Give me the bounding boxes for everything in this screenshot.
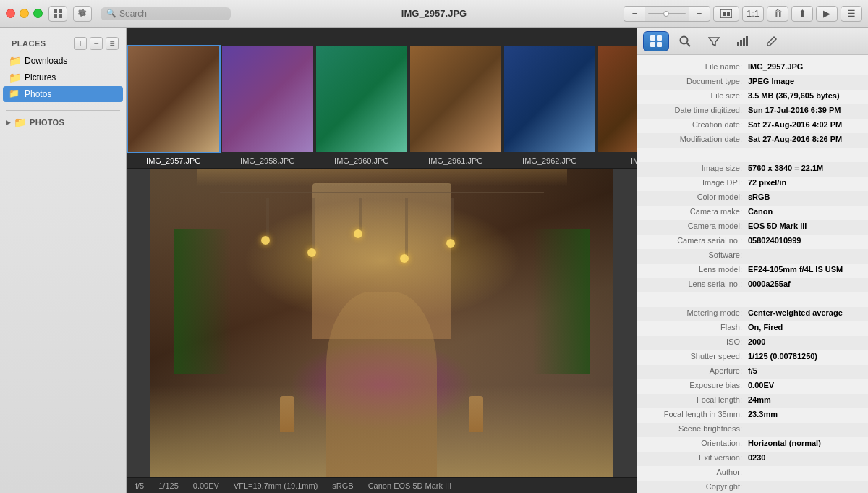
info-value: 1/125 (0.00781250) (748, 352, 862, 361)
sidebar: Places + − ≡ 📁 Downloads 📁 Pictures 📁 Ph… (0, 28, 127, 493)
zoom-slider[interactable] (645, 6, 689, 22)
folder-icon: 📁 (9, 72, 20, 83)
info-value: EF24-105mm f/4L IS USM (748, 265, 862, 274)
info-row: Flash: On, Fired (637, 321, 868, 336)
folder-icon: 📁 (14, 117, 25, 128)
svg-rect-2 (54, 14, 57, 18)
info-value: 0000a255af (748, 279, 862, 288)
info-row: Orientation: Horizontal (normal) (637, 437, 868, 452)
main-content: Places + − ≡ 📁 Downloads 📁 Pictures 📁 Ph… (0, 28, 868, 493)
grid-view-button[interactable] (48, 6, 67, 22)
main-image (150, 169, 613, 477)
window-title: IMG_2957.JPG (401, 8, 467, 19)
info-row: Software: (637, 249, 868, 264)
info-label: Scene brightness: (643, 424, 748, 433)
main-image-area[interactable] (127, 169, 637, 477)
svg-rect-7 (723, 14, 726, 16)
svg-point-13 (681, 36, 688, 43)
info-label: File size: (643, 91, 748, 100)
status-vfl: VFL=19.7mm (19.1mm) (234, 481, 318, 490)
sidebar-item-photos[interactable]: 📁 Photos (3, 86, 123, 102)
status-ev: 0.00EV (193, 481, 219, 490)
maximize-button[interactable] (33, 9, 43, 18)
sidebar-toggle-button[interactable]: ☰ (841, 6, 862, 22)
info-row: Shutter speed: 1/125 (0.00781250) (637, 350, 868, 365)
info-value: f/5 (748, 366, 862, 375)
filter-tab-button[interactable] (701, 31, 727, 51)
info-label: Orientation: (643, 439, 748, 447)
info-label: Author: (643, 468, 748, 476)
thumbnail-image-wrap (503, 45, 597, 153)
sidebar-item-pictures[interactable]: 📁 Pictures (3, 69, 123, 85)
chart-tab-button[interactable] (730, 31, 756, 51)
info-label: Exposure bias: (643, 381, 748, 389)
sidebar-item-downloads[interactable]: 📁 Downloads (3, 53, 123, 69)
info-label: Document type: (643, 77, 748, 85)
info-row (637, 148, 868, 162)
sidebar-list-button[interactable]: ≡ (106, 37, 119, 50)
sidebar-group-label: Photos (30, 118, 64, 127)
info-value: 24mm (748, 395, 862, 404)
search-input[interactable] (119, 9, 225, 19)
sidebar-item-pictures-label: Pictures (25, 72, 56, 83)
thumbnail-item[interactable]: IMG_2957.JPG (127, 45, 221, 168)
info-row (637, 292, 868, 307)
sidebar-places-section: Places + − ≡ 📁 Downloads 📁 Pictures 📁 Ph… (0, 28, 126, 107)
info-label: Shutter speed: (643, 352, 748, 361)
zoom-out-button[interactable]: − (624, 6, 645, 22)
svg-rect-16 (740, 40, 742, 46)
svg-rect-12 (657, 42, 662, 47)
thumbnail-label: IMG_2961.JPG (428, 156, 483, 165)
thumbnail-item[interactable]: IMG_2962.JPG (503, 45, 597, 168)
info-label: Image DPI: (643, 178, 748, 187)
svg-rect-8 (727, 14, 730, 16)
sidebar-add-button[interactable]: + (74, 37, 87, 50)
sidebar-group-arrow: ▶ (6, 119, 11, 126)
close-button[interactable] (6, 9, 15, 18)
minimize-button[interactable] (20, 9, 29, 18)
svg-rect-0 (54, 9, 57, 13)
search-box[interactable]: 🔍 (101, 7, 231, 20)
share-button[interactable]: ⬆ (791, 6, 813, 22)
thumbnail-item[interactable]: IMG_2960.JPG (315, 45, 409, 168)
svg-rect-1 (59, 9, 62, 13)
info-section: File name: IMG_2957.JPG Document type: J… (637, 55, 868, 493)
center-panel: IMG_2957.JPG IMG_2958.JPG IMG_2960.JPG I… (127, 28, 637, 493)
sidebar-remove-button[interactable]: − (90, 37, 103, 50)
status-aperture: f/5 (135, 481, 144, 490)
actual-size-button[interactable]: 1:1 (742, 6, 764, 22)
thumbnail-item[interactable]: IMG_... (597, 45, 637, 168)
search-tab-button[interactable] (672, 31, 698, 51)
settings-button[interactable] (73, 6, 92, 22)
info-tab-button[interactable] (643, 31, 669, 51)
svg-rect-17 (743, 38, 745, 46)
edit-tab-button[interactable] (759, 31, 785, 51)
info-row: Color model: sRGB (637, 191, 868, 206)
info-value: 23.3mm (748, 410, 862, 418)
info-row: Date time digitized: Sun 17-Jul-2016 6:3… (637, 104, 868, 119)
status-shutter: 1/125 (158, 481, 179, 490)
sidebar-item-downloads-label: Downloads (25, 56, 67, 66)
fit-window-button[interactable] (713, 6, 739, 22)
info-row: Scene brightness: (637, 423, 868, 437)
info-label: Color model: (643, 193, 748, 201)
info-row: Image DPI: 72 pixel/in (637, 177, 868, 191)
thumbnail-label: IMG_... (631, 156, 637, 165)
right-panel-toolbar (637, 28, 868, 55)
info-value: IMG_2957.JPG (748, 62, 862, 71)
thumbnail-item[interactable]: IMG_2961.JPG (409, 45, 503, 168)
sidebar-group-photos[interactable]: ▶ 📁 Photos (0, 114, 126, 131)
svg-rect-3 (59, 14, 62, 18)
trash-button[interactable]: 🗑 (767, 6, 788, 22)
slideshow-button[interactable]: ▶ (816, 6, 838, 22)
info-label: Focal length in 35mm: (643, 410, 748, 418)
info-value: 2000 (748, 337, 862, 346)
info-label: Lens serial no.: (643, 279, 748, 288)
status-bar: f/5 1/125 0.00EV VFL=19.7mm (19.1mm) sRG… (127, 477, 637, 493)
zoom-in-button[interactable]: + (689, 6, 710, 22)
info-row: Modification date: Sat 27-Aug-2016 8:26 … (637, 133, 868, 148)
info-value: Sun 17-Jul-2016 6:39 PM (748, 106, 862, 114)
thumbnail-item[interactable]: IMG_2958.JPG (221, 45, 315, 168)
info-value: Sat 27-Aug-2016 8:26 PM (748, 135, 862, 143)
thumbnail-label: IMG_2957.JPG (146, 156, 201, 165)
